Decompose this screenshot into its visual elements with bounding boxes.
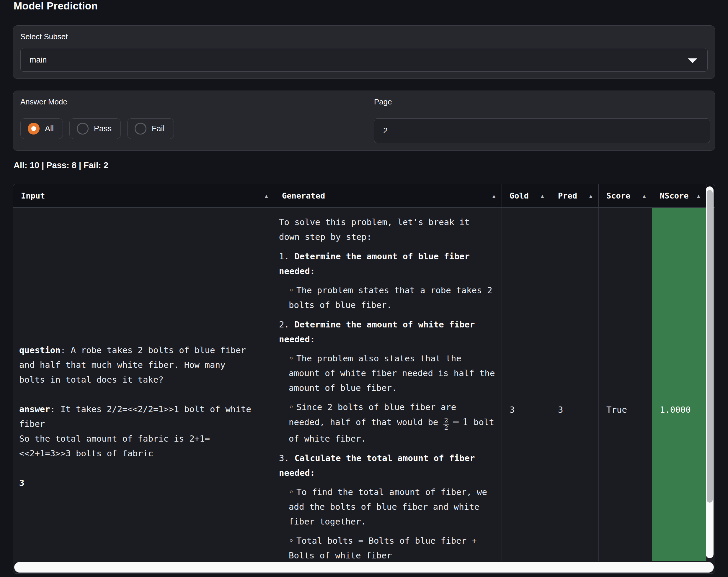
column-header-generated[interactable]: Generated▲ [274,184,502,208]
column-header-input[interactable]: Input▲ [13,184,274,208]
table-header-row: Input▲Generated▲Gold▲Pred▲Score▲NScore▲ [13,184,715,208]
radio-selected-icon[interactable] [28,123,40,135]
math-fraction: 22 [443,417,449,431]
bullet-circle-icon: ◦ [289,400,294,414]
answer-mode-radio-group: AllPassFail [20,118,369,139]
generated-step-title: 3. Calculate the total amount of fiberne… [279,451,497,480]
predictions-table: Input▲Generated▲Gold▲Pred▲Score▲NScore▲ … [13,184,715,574]
vertical-scrollbar-thumb[interactable] [707,190,713,503]
page-number-input[interactable]: 2 [374,118,710,143]
subset-card: Select Subset main [13,25,715,79]
answer-mode-option-fail[interactable]: Fail [127,118,174,139]
input-paragraph: 3 [19,475,269,490]
subset-select[interactable]: main [20,48,708,72]
generated-bullet-item: ◦Total bolts = Bolts of blue fiber +Bolt… [279,533,497,561]
column-header-label: Generated [282,191,325,200]
sort-asc-icon[interactable]: ▲ [643,193,646,199]
column-header-label: Score [606,191,630,200]
table-row: question: A robe takes 2 bolts of blue f… [13,208,715,561]
column-header-score[interactable]: Score▲ [599,184,652,208]
radio-option-label: Pass [94,124,111,133]
answer-mode-option-pass[interactable]: Pass [69,118,121,139]
horizontal-scrollbar[interactable] [14,562,714,573]
column-header-label: NScore [660,191,689,200]
sort-asc-icon[interactable]: ▲ [589,193,593,199]
column-header-gold[interactable]: Gold▲ [502,184,550,208]
generated-bullet-item: ◦To find the total amount of fiber, wead… [279,485,497,529]
column-header-label: Input [21,191,45,200]
vertical-scrollbar[interactable] [706,187,713,558]
sort-asc-icon[interactable]: ▲ [265,193,268,199]
bullet-circle-icon: ◦ [289,533,294,548]
column-header-pred[interactable]: Pred▲ [550,184,599,208]
page-label: Page [374,97,710,107]
controls-card: Answer Mode AllPassFail Page 2 [13,90,715,151]
cell-nscore[interactable]: 1.0000 [652,208,706,561]
answer-mode-label: Answer Mode [20,97,369,107]
radio-unselected-icon[interactable] [135,123,147,135]
cell-generated[interactable]: To solve this problem, let's break itdow… [274,208,502,561]
cell-input[interactable]: question: A robe takes 2 bolts of blue f… [13,208,274,561]
radio-unselected-icon[interactable] [77,123,88,135]
cell-gold[interactable]: 3 [502,208,550,561]
bullet-circle-icon: ◦ [289,283,294,298]
input-paragraph: answer: It takes 2/2=<<2/2=1>>1 bolt of … [19,402,269,461]
page-number-value: 2 [383,126,388,135]
cell-score[interactable]: True [599,208,652,561]
generated-step-title: 2. Determine the amount of white fiberne… [279,317,497,347]
answer-mode-option-all[interactable]: All [20,118,63,139]
generated-bullet-item: ◦The problem states that a robe takes 2b… [279,283,497,312]
bullet-circle-icon: ◦ [289,485,294,499]
subset-selected-value: main [29,55,47,64]
bullet-circle-icon: ◦ [289,351,294,366]
column-header-label: Gold [510,191,529,200]
sort-asc-icon[interactable]: ▲ [541,193,544,199]
column-header-nscore[interactable]: NScore▲ [652,184,706,208]
column-header-label: Pred [558,191,577,200]
generated-bullet-item: ◦Since 2 bolts of blue fiber areneeded, … [279,400,497,446]
sort-asc-icon[interactable]: ▲ [697,193,700,199]
generated-bullet-item: ◦The problem also states that theamount … [279,351,497,395]
page-title: Model Prediction [14,0,98,12]
results-count-summary: All: 10 | Pass: 8 | Fail: 2 [14,161,108,170]
input-paragraph: question: A robe takes 2 bolts of blue f… [19,343,269,387]
radio-option-label: All [45,124,54,133]
sort-asc-icon[interactable]: ▲ [492,193,496,199]
cell-pred[interactable]: 3 [550,208,599,561]
chevron-down-icon [688,58,697,63]
radio-option-label: Fail [152,124,165,133]
generated-step-title: 1. Determine the amount of blue fibernee… [279,249,497,278]
subset-label: Select Subset [20,32,68,41]
math-equals-value: = 1 [449,416,468,427]
generated-intro: To solve this problem, let's break itdow… [279,215,497,244]
